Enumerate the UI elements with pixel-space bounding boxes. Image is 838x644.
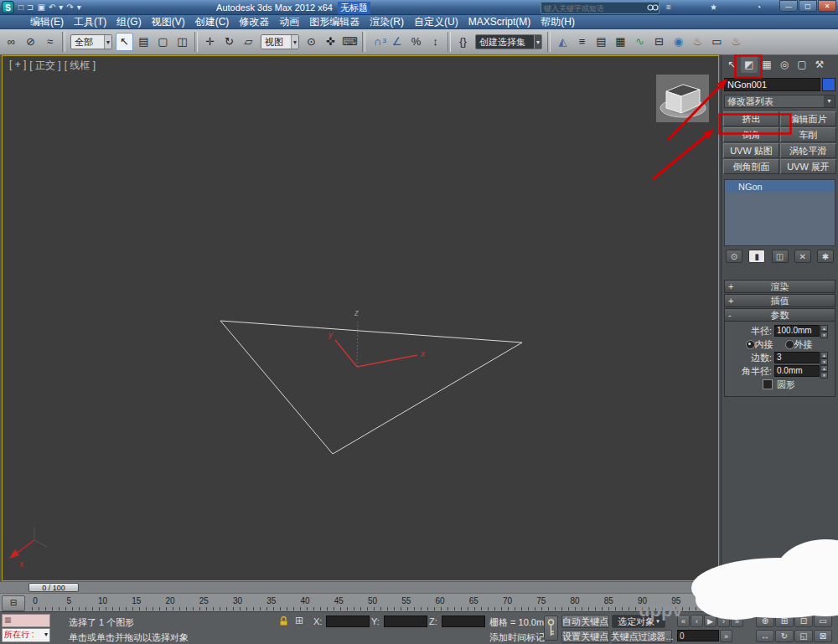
add-time-tag[interactable]: 添加时间标记 (489, 631, 545, 644)
named-selection-dropdown[interactable]: 创建选择集▾ (475, 34, 542, 49)
object-name-field[interactable] (724, 78, 820, 91)
modifier-button[interactable]: 倒角剖面 (723, 159, 779, 174)
set-key-button[interactable]: 设置关键点 (561, 630, 609, 643)
favorites-star-icon[interactable]: ★ (710, 3, 717, 12)
set-key-mode-button[interactable] (544, 616, 558, 641)
track-bar[interactable]: ⊟ 05101520253035404550556065707580859095… (0, 593, 721, 611)
select-object-icon[interactable]: ↖ (116, 33, 133, 51)
corner-radius-field[interactable]: 0.0mm (774, 365, 820, 377)
zoom-icon[interactable]: ⊕ (756, 615, 774, 627)
spinner-down-icon[interactable]: ▼ (820, 332, 828, 338)
spinner-down-icon[interactable]: ▼ (820, 358, 828, 365)
time-slider-track[interactable]: 0 / 100 (0, 581, 721, 593)
angle-snap-icon[interactable]: ∠ (388, 33, 406, 51)
selection-region-icon[interactable]: ▢ (154, 33, 172, 51)
redo-caret-icon[interactable]: ▾ (77, 1, 81, 14)
key-filters-button[interactable]: 关键点过滤器... (612, 630, 672, 643)
app-menu-logo[interactable]: S (2, 1, 14, 13)
percent-snap-icon[interactable]: % (407, 33, 425, 51)
select-and-link-icon[interactable]: ∞ (3, 33, 20, 51)
y-coordinate-field[interactable] (384, 616, 427, 627)
go-end-button[interactable]: » (731, 615, 743, 627)
rollout-render[interactable]: + 渲染 (724, 280, 835, 293)
modify-tab-icon[interactable]: ◩ (741, 56, 758, 73)
ribbon-toggle-icon[interactable]: ▦ (612, 33, 629, 51)
menu-item[interactable]: 视图(V) (147, 15, 190, 29)
snap-toggle-icon[interactable]: ∩3 (369, 33, 386, 51)
rollout-interpolation[interactable]: + 插值 (724, 294, 835, 307)
modifier-list-dropdown[interactable]: 修改器列表 ▼ (724, 95, 835, 108)
menu-item[interactable]: 帮助(H) (535, 15, 580, 29)
auto-key-button[interactable]: 自动关键点 (561, 615, 609, 628)
undo-caret-icon[interactable]: ▾ (59, 1, 63, 14)
unlink-selection-icon[interactable]: ⊘ (22, 33, 39, 51)
object-color-swatch[interactable] (822, 78, 835, 91)
absolute-mode-icon[interactable]: ⊞ (295, 615, 303, 626)
search-input[interactable] (541, 4, 647, 13)
menu-item[interactable]: 动画 (274, 15, 304, 29)
select-scale-icon[interactable]: ▱ (240, 33, 257, 51)
radio-icon[interactable] (785, 340, 794, 349)
make-unique-icon[interactable]: ◫ (772, 250, 789, 263)
keyboard-override-icon[interactable]: ⌨ (341, 33, 359, 51)
selection-lock-icon[interactable] (279, 616, 288, 626)
spinner-down-icon[interactable]: ▼ (820, 372, 828, 379)
bind-to-spacewarp-icon[interactable]: ≈ (41, 33, 59, 51)
modifier-button[interactable]: 车削 (780, 127, 836, 142)
material-editor-icon[interactable]: ◉ (670, 33, 687, 51)
orbit-icon[interactable]: ↻ (775, 630, 794, 642)
menu-item[interactable]: 组(G) (111, 15, 146, 29)
maxscript-mini-listener[interactable]: 所在行 : ▾ (2, 628, 50, 642)
spinner-up-icon[interactable]: ▲ (820, 325, 828, 332)
modifier-button[interactable]: 涡轮平滑 (780, 143, 836, 158)
window-crossing-icon[interactable]: ◫ (173, 33, 191, 51)
modifier-stack[interactable]: NGon (724, 179, 835, 246)
menu-item[interactable]: 自定义(U) (409, 15, 463, 29)
modifier-button[interactable]: 编辑面片 (780, 111, 836, 126)
menu-item[interactable]: 工具(T) (69, 15, 111, 29)
rollout-parameters[interactable]: - 参数 (724, 308, 835, 322)
spinner-snap-icon[interactable]: ↕ (427, 33, 444, 51)
schematic-view-icon[interactable]: ⊟ (650, 33, 668, 51)
maximize-viewport-icon[interactable]: ◱ (794, 630, 813, 642)
open-file-icon[interactable]: ⊐ (27, 1, 34, 14)
render-setup-icon[interactable]: ♨ (689, 33, 706, 51)
zoom-region-icon[interactable]: ▭ (814, 615, 832, 627)
close-button[interactable]: ✕ (818, 0, 836, 12)
curve-editor-icon[interactable]: ∿ (631, 33, 649, 51)
use-pivot-center-icon[interactable]: ⊙ (303, 33, 320, 51)
save-file-icon[interactable]: ▣ (37, 1, 44, 14)
pan-icon[interactable]: ↔ (756, 630, 774, 642)
radius-field[interactable]: 100.0mm (774, 325, 820, 337)
redo-icon[interactable]: ↷ (66, 1, 73, 14)
ngon-spline[interactable] (220, 321, 522, 454)
search-binoculars-icon[interactable] (647, 3, 659, 13)
select-move-icon[interactable]: ✛ (201, 33, 219, 51)
spinner-up-icon[interactable]: ▲ (820, 352, 828, 358)
next-frame-button[interactable]: › (717, 615, 730, 627)
prev-frame-button[interactable]: ‹ (691, 615, 703, 627)
play-button[interactable]: ▶ (704, 615, 716, 627)
reference-coordinate-dropdown[interactable]: 视图▾ (261, 34, 299, 49)
display-tab-icon[interactable]: ▢ (794, 56, 810, 73)
communication-center-icon[interactable]: ◔ (756, 3, 761, 12)
modifier-button[interactable]: 倒角 (723, 127, 779, 142)
rendered-frame-icon[interactable]: ▭ (708, 33, 726, 51)
named-sets-icon[interactable]: {} (454, 33, 472, 51)
macro-recorder-pane[interactable]: ▦ (2, 614, 50, 627)
circular-checkbox[interactable] (763, 379, 773, 389)
sides-field[interactable]: 3 (774, 352, 820, 363)
modifier-button[interactable]: UVW 展开 (780, 159, 836, 174)
modifier-button[interactable]: UVW 贴图 (723, 143, 779, 158)
minimize-button[interactable]: — (779, 0, 798, 12)
modifier-stack-item[interactable]: NGon (726, 181, 834, 193)
show-end-result-icon[interactable]: ▮ (748, 250, 765, 263)
menu-item[interactable]: 创建(C) (190, 15, 235, 29)
mirror-icon[interactable]: ◭ (554, 33, 572, 51)
viewport-layout-icon[interactable]: ⊠ (814, 630, 832, 642)
key-step-toggle[interactable]: » (720, 630, 732, 642)
viewport[interactable]: [ + ] [ 正交 ] [ 线框 ] y x z x (2, 55, 719, 581)
remove-modifier-icon[interactable]: ✕ (794, 250, 811, 263)
time-slider-handle[interactable]: 0 / 100 (28, 583, 79, 592)
circumscribed-option[interactable]: 外接 (785, 338, 815, 351)
